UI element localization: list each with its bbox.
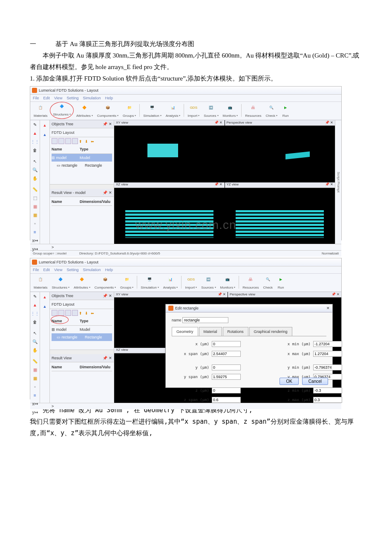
tree-up-icon[interactable]: ⬆ [79,138,84,143]
grid2-icon[interactable]: ▦ [32,204,38,210]
zoom-icon[interactable]: 🔍 [32,339,38,345]
xmin-field[interactable] [313,341,342,347]
toolbar-groups-button[interactable]: 📁Groups▾ [118,276,135,291]
toolbar-simulation-button[interactable]: 🖥️Simulation▾ [139,276,160,291]
toolbar-import-button[interactable]: GDSImport▾ [183,276,199,291]
y-axis-icon[interactable]: y↦ [32,410,38,416]
y-field[interactable] [212,364,241,370]
toolbar-components-button[interactable]: 📦Components▾ [95,104,120,119]
ruler-icon[interactable]: 📏 [32,187,38,193]
toolbar-import-button[interactable]: GDSImport▾ [186,104,201,119]
tree-btn-1[interactable] [52,138,58,144]
toolbar-sources-button[interactable]: ➡️Sources▾ [202,104,220,119]
tree-btn-1[interactable] [52,310,58,316]
pointer-icon[interactable]: ↖ [32,330,38,336]
menu-setting[interactable]: Setting [66,95,78,101]
toolbar-materials-button[interactable]: 📋Materials [32,276,49,291]
edit-icon[interactable]: ✎ [32,122,38,128]
menu-help[interactable]: Help [105,95,113,101]
grid3-icon[interactable]: ▦ [32,212,38,218]
tree-tri-icon[interactable]: ▲ [43,294,47,301]
toolbar-materials-button[interactable]: 📋Materials [32,104,49,119]
toolbar-analysis-button[interactable]: 📊Analysis▾ [164,104,182,119]
toolbar-analysis-button[interactable]: 📊Analysis▾ [161,276,180,291]
cancel-button[interactable]: Cancel [302,378,328,385]
result-pin-icon[interactable]: 📌 ✕ [103,189,112,196]
xy-view[interactable]: XY view📌 ✕ [114,120,225,182]
zspan-field[interactable] [212,397,241,403]
tree-left-icon[interactable]: ⬅ [91,138,96,143]
tree-scrollbar[interactable] [50,350,114,354]
menu-view[interactable]: View [54,266,62,273]
toolbar-resources-button[interactable]: 品Resources [243,104,263,119]
toolbar-structures-button[interactable]: 🔷Structures▾ [50,276,71,291]
tree-item-model[interactable]: ⊞ modelModel [52,326,112,333]
tree-btn-4[interactable] [72,138,78,144]
xspan-field[interactable] [212,351,241,357]
x-axis-icon[interactable]: x↦ [32,238,38,244]
square-icon[interactable]: ▫ [32,221,38,227]
menu-setting[interactable]: Setting [66,266,78,273]
menu-edit[interactable]: Edit [43,266,50,273]
perspective-view[interactable]: Perspective view📌 ✕ [225,120,335,182]
tree-tri2-icon[interactable]: ▲ [43,303,47,310]
menu-simulation[interactable]: Simulation [83,95,101,101]
pointer-icon[interactable]: ↖ [32,159,38,165]
ruler-icon[interactable]: 📏 [32,358,38,364]
menu-file[interactable]: File [33,95,39,101]
bars-icon[interactable]: ≡ [32,229,38,235]
toolbar-sources-button[interactable]: ➡️Sources▾ [199,276,217,291]
tree-item-model[interactable]: ⊞ modelModel [52,154,112,162]
hand-icon[interactable]: ✋ [32,176,38,182]
tree-left-icon[interactable]: ⬅ [91,310,96,315]
result-pin-icon[interactable]: 📌 ✕ [103,355,112,361]
xz-view[interactable]: XZ view📌 ✕ [114,182,225,244]
x-field[interactable] [212,341,241,347]
zmax-field[interactable] [313,397,342,403]
menu-help[interactable]: Help [105,266,113,273]
tree-item-rectangle[interactable]: ▭ rectangleRectangle [52,162,112,169]
toolbar-check-button[interactable]: 🔍Check▾ [264,104,279,119]
toolbar-attributes-button[interactable]: 🔶Attributes▾ [75,104,95,119]
toolbar-structures-button[interactable]: 🔷Structures▾ [50,102,73,119]
yspan-field[interactable] [212,374,241,380]
tree-scrollbar[interactable] [50,184,114,189]
tree-tri2-icon[interactable]: ▲ [43,131,47,138]
tab-graphical[interactable]: Graphical rendering [249,327,292,336]
toolbar-simulation-button[interactable]: 🖥️Simulation▾ [141,104,163,119]
tree-up-icon[interactable]: ⬆ [79,310,84,315]
zmin-field[interactable] [313,387,342,393]
grid2-icon[interactable]: ▦ [32,367,38,373]
xmax-field[interactable] [313,351,342,357]
toolbar-check-button[interactable]: 🔍Check [261,276,274,291]
tree-down-icon[interactable]: ⬇ [85,138,90,143]
menu-file[interactable]: File [33,266,39,273]
z-field[interactable] [212,387,241,393]
delete-icon[interactable]: 🗑 [32,147,38,153]
toolbar-run-button[interactable]: ▶Run [280,104,291,119]
toolbar-monitors-button[interactable]: 📺Monitors▾ [221,104,240,119]
triangle-icon[interactable]: ▲ [32,130,38,136]
tab-rotations[interactable]: Rotations [223,327,248,336]
yz-view[interactable]: YZ view📌 ✕ [225,182,335,244]
edit-icon[interactable]: ✎ [32,294,38,300]
toolbar-attributes-button[interactable]: 🔶Attributes▾ [72,276,92,291]
grid-icon[interactable]: ⋮⋮ [32,311,38,317]
tab-material[interactable]: Material [199,327,222,336]
hand-icon[interactable]: ✋ [32,347,38,353]
square-icon[interactable]: ▫ [32,384,38,390]
script-prompt-row[interactable]: > [30,244,341,250]
tab-geometry[interactable]: Geometry [172,327,198,336]
tree-item-rectangle[interactable]: ▭ rectangleRectangle [52,333,112,341]
delete-icon[interactable]: 🗑 [32,319,38,325]
panel-pin-icon[interactable]: 📌 ✕ [103,292,112,299]
menu-edit[interactable]: Edit [43,95,50,101]
toolbar-components-button[interactable]: 📦Components▾ [93,276,118,291]
grid-icon[interactable]: ⋮⋮ [32,139,38,145]
zoom-icon[interactable]: 🔍 [32,167,38,173]
tree-down-icon[interactable]: ⬇ [85,310,90,315]
triangle-icon[interactable]: ▲ [32,302,38,308]
menu-view[interactable]: View [54,95,62,101]
ok-button[interactable]: OK [280,378,298,385]
name-field[interactable] [182,317,228,323]
